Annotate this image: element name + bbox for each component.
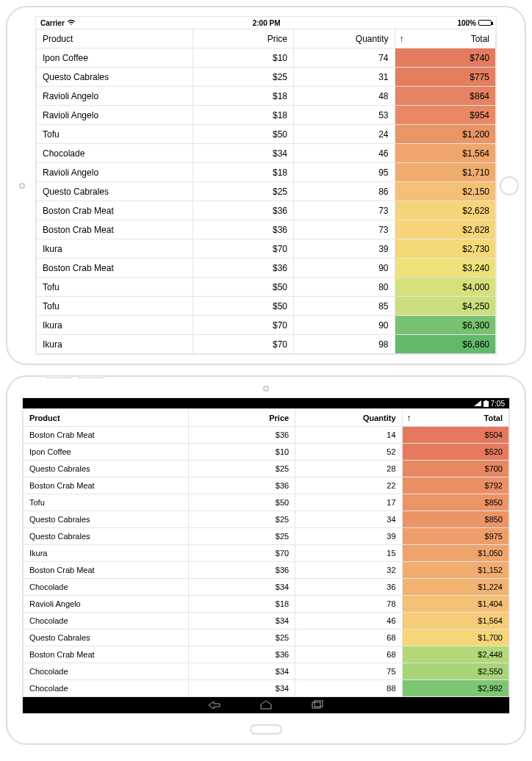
table-row[interactable]: Questo Cabrales$2534$850 <box>24 511 509 528</box>
table-row[interactable]: Ikura$7098$6,860 <box>37 335 496 354</box>
cell-product: Boston Crab Meat <box>37 259 193 278</box>
cell-total: $792 <box>402 477 508 494</box>
table-row[interactable]: Chocolade$3436$1,224 <box>24 579 509 596</box>
table-row[interactable]: Boston Crab Meat$3668$2,448 <box>24 646 509 663</box>
cell-quantity: 14 <box>295 427 402 444</box>
sort-ascending-icon: ↑ <box>400 34 404 44</box>
table-row[interactable]: Boston Crab Meat$3632$1,152 <box>24 562 509 579</box>
svg-rect-1 <box>314 701 323 707</box>
table-row[interactable]: Ipon Coffee$1074$740 <box>37 48 496 68</box>
cell-price: $36 <box>188 562 295 579</box>
table-row[interactable]: Questo Cabrales$2568$1,700 <box>24 630 509 646</box>
cell-product: Boston Crab Meat <box>24 477 189 494</box>
table-row[interactable]: Boston Crab Meat$3614$504 <box>24 427 509 444</box>
cell-product: Questo Cabrales <box>24 630 189 646</box>
home-icon[interactable] <box>259 700 273 710</box>
table-row[interactable]: Ikura$7039$2,730 <box>37 239 496 259</box>
cell-product: Ikura <box>24 545 189 562</box>
cell-quantity: 46 <box>294 144 395 163</box>
cell-price: $36 <box>193 220 294 239</box>
cell-quantity: 34 <box>295 511 402 528</box>
table-row[interactable]: Ravioli Angelo$1895$1,710 <box>37 163 496 182</box>
camera-icon <box>263 386 269 392</box>
cell-product: Ipon Coffee <box>24 444 189 461</box>
cell-price: $50 <box>193 125 294 144</box>
col-quantity[interactable]: Quantity <box>295 409 402 427</box>
cell-total: $1,050 <box>402 545 508 562</box>
cell-total: $850 <box>402 494 508 511</box>
table-row[interactable]: Ravioli Angelo$1878$1,404 <box>24 596 509 613</box>
col-total[interactable]: ↑ Total <box>395 29 496 48</box>
cell-total: $2,628 <box>395 201 496 220</box>
col-quantity[interactable]: Quantity <box>294 29 395 48</box>
cell-quantity: 46 <box>295 613 402 630</box>
table-row[interactable]: Questo Cabrales$2528$700 <box>24 461 509 477</box>
table-row[interactable]: Questo Cabrales$2539$975 <box>24 528 509 545</box>
cell-price: $18 <box>193 106 294 125</box>
cell-total: $864 <box>395 87 496 106</box>
cell-product: Ipon Coffee <box>37 48 193 68</box>
table-row[interactable]: Boston Crab Meat$3673$2,628 <box>37 201 496 220</box>
cell-price: $34 <box>188 663 295 680</box>
table-row[interactable]: Boston Crab Meat$3673$2,628 <box>37 220 496 239</box>
table-row[interactable]: Chocolade$3475$2,550 <box>24 663 509 680</box>
data-grid-ios[interactable]: Product Price Quantity ↑ Total Ipon Coff… <box>36 29 496 354</box>
cell-total: $775 <box>395 68 496 87</box>
table-row[interactable]: Ikura$7090$6,300 <box>37 316 496 335</box>
col-price[interactable]: Price <box>188 409 295 427</box>
wifi-icon <box>67 20 76 26</box>
cell-product: Chocolade <box>24 680 189 697</box>
table-row[interactable]: Ikura$7015$1,050 <box>24 545 509 562</box>
cell-quantity: 32 <box>295 562 402 579</box>
cell-product: Ravioli Angelo <box>37 106 193 125</box>
cell-price: $18 <box>193 87 294 106</box>
carrier-label: Carrier <box>40 19 65 27</box>
table-row[interactable]: Chocolade$3488$2,992 <box>24 680 509 697</box>
cell-quantity: 90 <box>294 316 395 335</box>
screen-ios: Carrier 2:00 PM 100% Product Price Quant… <box>35 16 497 355</box>
cell-total: $520 <box>402 444 508 461</box>
home-button[interactable] <box>250 724 282 735</box>
cell-product: Questo Cabrales <box>24 528 189 545</box>
table-row[interactable]: Chocolade$3446$1,564 <box>24 613 509 630</box>
cell-price: $50 <box>193 297 294 316</box>
header-row: Product Price Quantity ↑ Total <box>37 29 496 48</box>
cell-product: Tofu <box>37 297 193 316</box>
cell-quantity: 68 <box>295 630 402 646</box>
back-icon[interactable] <box>207 700 222 710</box>
data-grid-android[interactable]: Product Price Quantity ↑ Total Boston Cr… <box>23 408 509 697</box>
col-product[interactable]: Product <box>37 29 193 48</box>
cell-product: Questo Cabrales <box>24 511 189 528</box>
cell-quantity: 15 <box>295 545 402 562</box>
cell-total: $2,992 <box>402 680 508 697</box>
table-row[interactable]: Ravioli Angelo$1853$954 <box>37 106 496 125</box>
cell-total: $954 <box>395 106 496 125</box>
table-row[interactable]: Tofu$5080$4,000 <box>37 278 496 297</box>
table-row[interactable]: Questo Cabrales$2531$775 <box>37 68 496 87</box>
recent-apps-icon[interactable] <box>310 700 325 710</box>
col-product[interactable]: Product <box>24 409 189 427</box>
table-row[interactable]: Ravioli Angelo$1848$864 <box>37 87 496 106</box>
cell-product: Chocolade <box>24 613 189 630</box>
table-row[interactable]: Tofu$5024$1,200 <box>37 125 496 144</box>
cell-quantity: 68 <box>295 646 402 663</box>
cell-product: Ikura <box>37 316 193 335</box>
cell-price: $70 <box>188 545 295 562</box>
table-row[interactable]: Boston Crab Meat$3690$3,240 <box>37 259 496 278</box>
cell-price: $36 <box>193 259 294 278</box>
table-row[interactable]: Questo Cabrales$2586$2,150 <box>37 182 496 201</box>
cell-total: $1,710 <box>395 163 496 182</box>
table-row[interactable]: Boston Crab Meat$3622$792 <box>24 477 509 494</box>
cell-price: $70 <box>193 316 294 335</box>
cell-total: $1,700 <box>402 630 508 646</box>
table-row[interactable]: Ipon Coffee$1052$520 <box>24 444 509 461</box>
col-price[interactable]: Price <box>193 29 294 48</box>
table-row[interactable]: Tofu$5017$850 <box>24 494 509 511</box>
table-row[interactable]: Tofu$5085$4,250 <box>37 297 496 316</box>
cell-product: Boston Crab Meat <box>24 562 189 579</box>
cell-product: Boston Crab Meat <box>24 427 189 444</box>
cell-total: $2,550 <box>402 663 508 680</box>
table-row[interactable]: Chocolade$3446$1,564 <box>37 144 496 163</box>
col-total[interactable]: ↑ Total <box>402 409 508 427</box>
home-button[interactable] <box>500 176 519 195</box>
